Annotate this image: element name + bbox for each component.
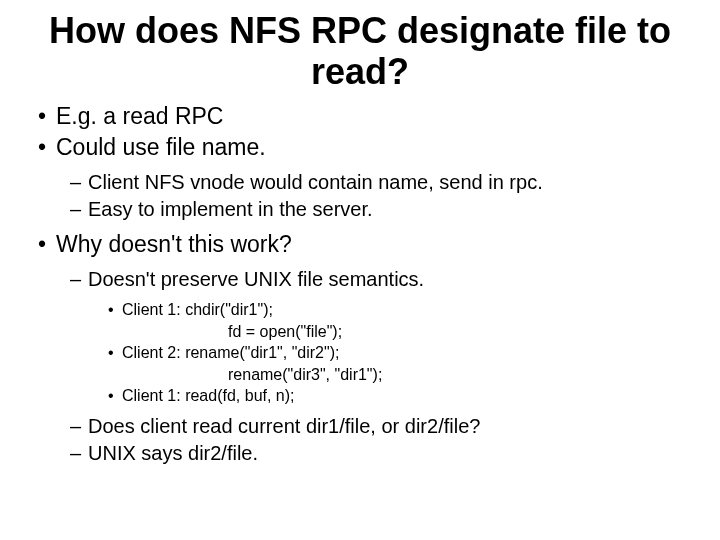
slide-title: How does NFS RPC designate file to read? — [30, 10, 690, 93]
sub-vnode-name: Client NFS vnode would contain name, sen… — [70, 169, 690, 196]
code-client1-open: fd = open("file"); — [228, 321, 690, 343]
sub-unix-answer: UNIX says dir2/file. — [70, 440, 690, 467]
bullet-eg: E.g. a read RPC — [38, 101, 690, 132]
bullet-why-not-work: Why doesn't this work? — [38, 229, 690, 260]
sub-unix-semantics: Doesn't preserve UNIX file semantics. — [70, 266, 690, 293]
code-client1-read: Client 1: read(fd, buf, n); — [108, 385, 690, 407]
sub-easy-implement: Easy to implement in the server. — [70, 196, 690, 223]
code-client2-rename2: rename("dir3", "dir1"); — [228, 364, 690, 386]
code-client2-rename1: Client 2: rename("dir1", "dir2"); — [108, 342, 690, 364]
code-client1-chdir: Client 1: chdir("dir1"); — [108, 299, 690, 321]
bullet-could-use-filename: Could use file name. — [38, 132, 690, 163]
sub-which-dir: Does client read current dir1/file, or d… — [70, 413, 690, 440]
